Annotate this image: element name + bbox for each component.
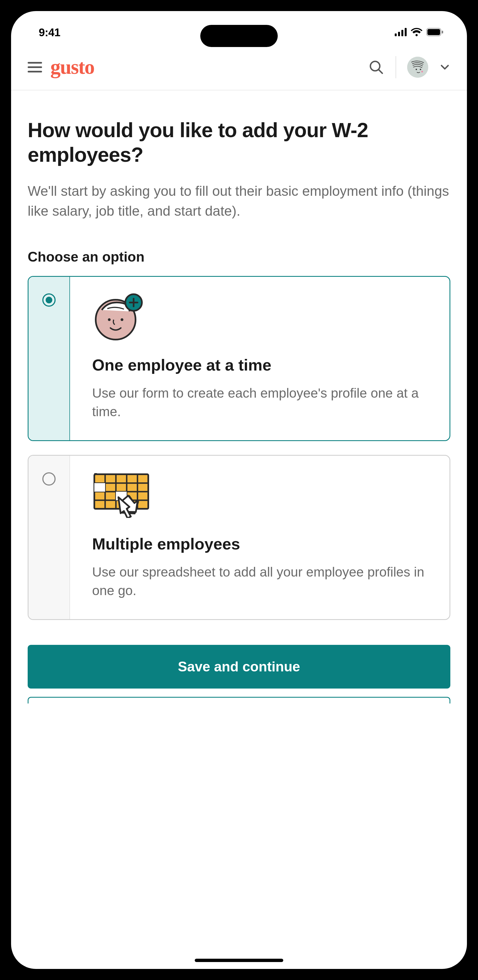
- spreadsheet-icon: [92, 471, 430, 521]
- gusto-logo: gusto: [50, 55, 360, 79]
- cellular-icon: [395, 28, 407, 37]
- option-multiple-employees[interactable]: Multiple employees Use our spreadsheet t…: [28, 455, 450, 620]
- header-divider: [395, 56, 396, 78]
- option-description: Use our spreadsheet to add all your empl…: [92, 563, 430, 600]
- radio-one-employee[interactable]: [42, 293, 56, 307]
- phone-frame: 9:41 gusto: [0, 0, 478, 980]
- svg-line-8: [379, 70, 382, 73]
- option-title: One employee at a time: [92, 356, 430, 374]
- svg-point-11: [420, 68, 421, 70]
- option-title: Multiple employees: [92, 535, 430, 553]
- svg-point-10: [416, 68, 417, 70]
- save-and-continue-button[interactable]: Save and continue: [28, 645, 450, 689]
- menu-button[interactable]: [28, 60, 42, 75]
- option-one-employee[interactable]: One employee at a time Use our form to c…: [28, 276, 450, 441]
- svg-point-14: [108, 318, 111, 321]
- account-menu-toggle[interactable]: [439, 62, 450, 73]
- svg-rect-3: [405, 28, 406, 36]
- section-label: Choose an option: [28, 249, 450, 265]
- avatar-button[interactable]: [407, 57, 428, 78]
- svg-point-15: [121, 318, 123, 321]
- search-button[interactable]: [368, 59, 384, 75]
- main-content: How would you like to add your W-2 emplo…: [11, 91, 467, 969]
- chevron-down-icon: [439, 62, 450, 73]
- wifi-icon: [411, 28, 422, 37]
- app-header: gusto: [11, 47, 467, 91]
- next-section-peek: [28, 697, 450, 703]
- battery-icon: [426, 28, 443, 37]
- dynamic-island: [200, 25, 278, 47]
- svg-point-9: [407, 57, 428, 78]
- home-indicator[interactable]: [195, 959, 283, 962]
- radio-multiple-employees[interactable]: [42, 472, 56, 485]
- svg-rect-6: [442, 31, 443, 33]
- page-title: How would you like to add your W-2 emplo…: [28, 118, 450, 167]
- status-icons: [395, 28, 443, 37]
- svg-rect-0: [395, 33, 397, 36]
- svg-rect-27: [94, 483, 105, 492]
- phone-screen: 9:41 gusto: [11, 11, 467, 969]
- option-description: Use our form to create each employee's p…: [92, 384, 430, 421]
- status-time: 9:41: [39, 26, 60, 39]
- avatar-icon: [407, 57, 428, 78]
- svg-point-12: [421, 71, 423, 72]
- page-description: We'll start by asking you to fill out th…: [28, 181, 450, 221]
- person-add-icon: [92, 292, 430, 342]
- option-radio-column: [29, 277, 70, 440]
- svg-rect-5: [427, 29, 440, 35]
- search-icon: [368, 59, 384, 75]
- svg-rect-2: [402, 30, 403, 36]
- svg-rect-1: [398, 32, 400, 36]
- option-radio-column: [29, 456, 70, 619]
